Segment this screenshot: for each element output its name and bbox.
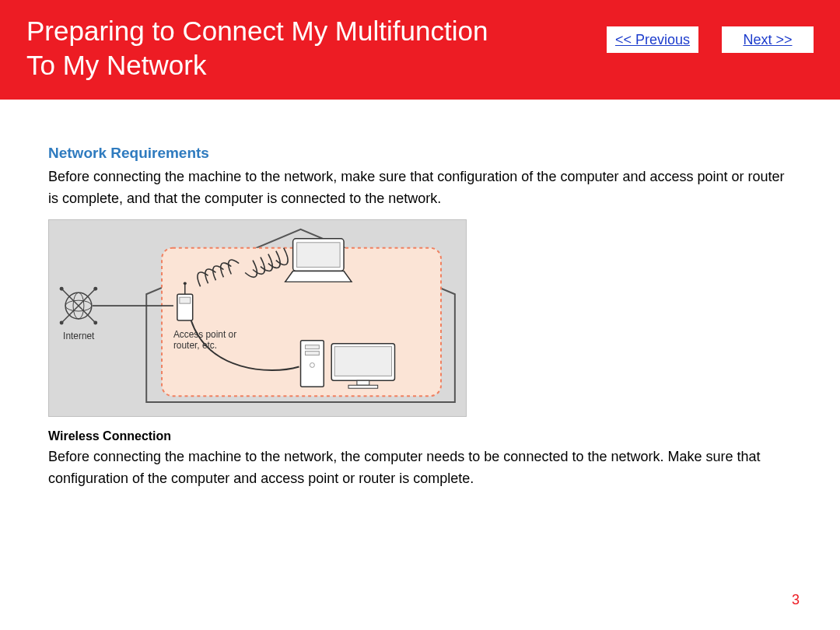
nav-button-group: << Previous Next >> <box>607 26 814 53</box>
previous-button-label: << Previous <box>615 32 690 48</box>
next-button-label: Next >> <box>743 32 792 48</box>
svg-point-8 <box>93 320 97 324</box>
network-diagram-svg: Internet Access point or router, etc. <box>54 225 463 408</box>
network-diagram: Internet Access point or router, etc. <box>48 219 467 417</box>
page-number: 3 <box>792 592 800 608</box>
svg-point-11 <box>184 282 187 285</box>
svg-rect-20 <box>334 346 391 376</box>
access-point-label-line1: Access point or <box>173 329 236 340</box>
section-heading: Network Requirements <box>48 145 792 162</box>
page-content: Network Requirements Before connecting t… <box>0 100 840 490</box>
previous-button[interactable]: << Previous <box>607 26 698 53</box>
laptop-icon <box>285 239 352 282</box>
svg-rect-22 <box>348 385 378 388</box>
intro-paragraph: Before connecting the machine to the net… <box>48 166 792 210</box>
svg-rect-16 <box>305 345 319 348</box>
wireless-subheading: Wireless Connection <box>48 429 792 443</box>
svg-point-6 <box>93 287 97 291</box>
svg-rect-21 <box>357 380 369 385</box>
svg-rect-12 <box>180 297 191 303</box>
access-point-label-line2: router, etc. <box>173 339 217 350</box>
internet-label: Internet <box>63 331 95 341</box>
svg-point-5 <box>60 287 64 291</box>
next-button[interactable]: Next >> <box>722 26 814 53</box>
page-title: Preparing to Connect My Multifunction To… <box>26 14 488 82</box>
desktop-tower-icon <box>301 341 324 387</box>
internet-globe-icon <box>60 287 98 325</box>
svg-rect-17 <box>305 351 319 355</box>
page-header: Preparing to Connect My Multifunction To… <box>0 0 840 100</box>
svg-point-7 <box>60 320 64 324</box>
wireless-paragraph: Before connecting the machine to the net… <box>48 446 792 490</box>
svg-rect-14 <box>297 243 341 268</box>
